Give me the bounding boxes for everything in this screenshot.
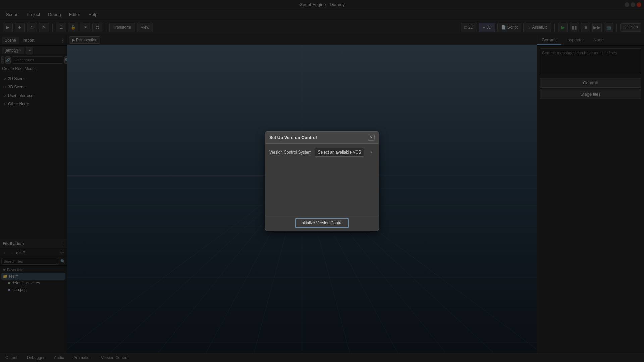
modal-title: Set Up Version Control <box>269 135 368 140</box>
vcs-system-row: Version Control System Select an availab… <box>269 148 375 157</box>
modal-spacer <box>269 161 375 211</box>
modal-body: Version Control System Select an availab… <box>265 144 379 215</box>
vcs-select-wrapper: Select an available VCS <box>315 148 375 157</box>
modal-overlay[interactable]: Set Up Version Control × Version Control… <box>0 0 644 362</box>
vcs-setup-modal: Set Up Version Control × Version Control… <box>265 131 379 231</box>
vcs-select[interactable]: Select an available VCS <box>315 148 364 157</box>
vcs-label: Version Control System <box>269 150 311 155</box>
init-vcs-btn[interactable]: Initialize Version Control <box>295 218 349 228</box>
modal-header: Set Up Version Control × <box>265 132 379 144</box>
modal-close-btn[interactable]: × <box>368 134 375 141</box>
modal-footer: Initialize Version Control <box>265 215 379 231</box>
